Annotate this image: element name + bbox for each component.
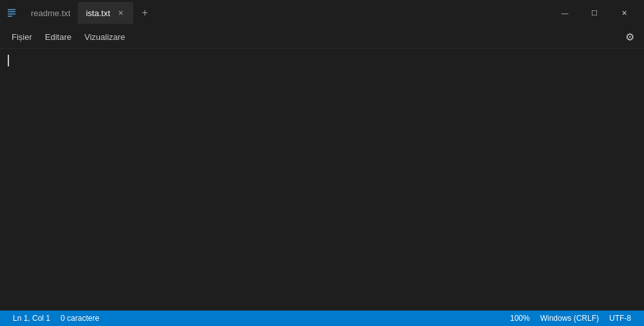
tab-label-readme: readme.txt — [31, 8, 70, 18]
menu-bar: Fișier Editare Vizualizare ⚙ — [0, 26, 644, 49]
svg-rect-3 — [8, 16, 12, 17]
menu-vizualizare[interactable]: Vizualizare — [78, 30, 131, 44]
status-zoom[interactable]: 100% — [505, 314, 535, 323]
status-position[interactable]: Ln 1, Col 1 — [8, 311, 55, 326]
title-bar: readme.txt ista.txt ✕ + — ☐ ✕ — [0, 0, 644, 26]
svg-rect-2 — [8, 14, 15, 15]
tab-readme[interactable]: readme.txt — [23, 2, 78, 24]
app-icon — [5, 6, 18, 19]
status-chars[interactable]: 0 caractere — [55, 311, 104, 326]
settings-button[interactable]: ⚙ — [621, 28, 639, 46]
tab-label-ista: ista.txt — [86, 8, 110, 18]
status-encoding[interactable]: UTF-8 — [604, 314, 636, 323]
tab-ista[interactable]: ista.txt ✕ — [78, 2, 133, 24]
minimize-button[interactable]: — — [550, 3, 580, 23]
text-cursor — [8, 55, 9, 66]
maximize-button[interactable]: ☐ — [580, 3, 609, 23]
svg-rect-1 — [8, 12, 15, 13]
menu-fisier[interactable]: Fișier — [5, 30, 39, 44]
add-tab-icon: + — [142, 7, 147, 19]
menu-editare[interactable]: Editare — [39, 30, 78, 44]
close-button[interactable]: ✕ — [609, 3, 639, 23]
tabs-container: readme.txt ista.txt ✕ + — [23, 0, 550, 26]
editor-area[interactable] — [0, 49, 644, 311]
status-bar: Ln 1, Col 1 0 caractere 100% Windows (CR… — [0, 311, 644, 326]
window-controls: — ☐ ✕ — [550, 3, 639, 23]
tab-close-ista[interactable]: ✕ — [115, 8, 126, 18]
status-line-ending[interactable]: Windows (CRLF) — [535, 314, 604, 323]
svg-rect-0 — [8, 9, 15, 10]
status-right: 100% Windows (CRLF) UTF-8 — [505, 314, 636, 323]
add-tab-button[interactable]: + — [136, 4, 154, 22]
cursor-line — [8, 54, 636, 67]
